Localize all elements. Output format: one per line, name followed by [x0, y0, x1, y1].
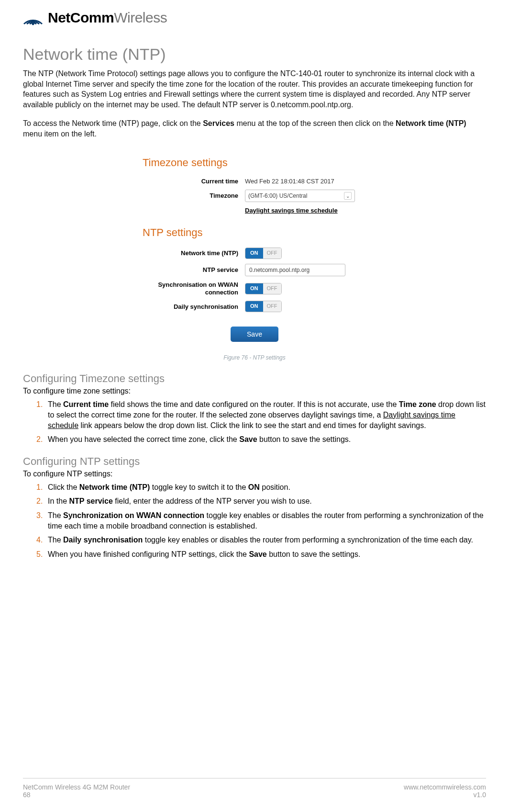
ntp-service-input[interactable] [245, 264, 345, 276]
ntp-service-label: NTP service [140, 266, 245, 274]
timezone-select[interactable]: (GMT-6:00) US/Central ⌄ [245, 190, 355, 202]
ntp-settings-heading: NTP settings [140, 223, 369, 243]
footer-right: www.netcommwireless.com v1.0 [404, 783, 486, 799]
list-item: The Synchronization on WWAN connection t… [36, 510, 486, 531]
intro-paragraph-1: The NTP (Network Time Protocol) settings… [23, 68, 486, 110]
list-item: Click the Network time (NTP) toggle key … [36, 482, 486, 493]
ntp-toggle[interactable]: ONOFF [245, 248, 282, 259]
dst-schedule-link[interactable]: Daylight savings time schedule [245, 207, 338, 214]
list-item: In the NTP service field, enter the addr… [36, 496, 486, 507]
daily-sync-toggle[interactable]: ONOFF [245, 301, 282, 312]
save-button[interactable]: Save [231, 327, 278, 342]
ntp-toggle-label: Network time (NTP) [140, 249, 245, 257]
sync-wwan-label: Synchronisation on WWAN connection [140, 281, 245, 296]
list-item: When you have selected the correct time … [36, 434, 486, 445]
timezone-settings-heading: Timezone settings [140, 153, 369, 173]
sync-wwan-toggle[interactable]: ONOFF [245, 283, 282, 294]
timezone-select-value: (GMT-6:00) US/Central [248, 192, 307, 199]
ntp-section-intro: To configure NTP settings: [23, 470, 486, 478]
tz-section-intro: To configure time zone settings: [23, 387, 486, 395]
intro-paragraph-2: To access the Network time (NTP) page, c… [23, 118, 486, 139]
figure-caption: Figure 76 - NTP settings [23, 354, 486, 361]
chevron-down-icon: ⌄ [344, 192, 352, 200]
tz-section-heading: Configuring Timezone settings [23, 372, 486, 385]
brand-text: NetCommWireless [48, 10, 167, 26]
current-time-label: Current time [140, 178, 245, 185]
list-item: The Current time field shows the time an… [36, 399, 486, 430]
tz-steps-list: The Current time field shows the time an… [23, 399, 486, 444]
page-footer: NetComm Wireless 4G M2M Router 68 www.ne… [23, 778, 486, 799]
svg-point-0 [32, 23, 34, 25]
brand-logo: NetCommWireless [23, 10, 486, 26]
ntp-section-heading: Configuring NTP settings [23, 455, 486, 468]
list-item: The Daily synchronisation toggle key ena… [36, 535, 486, 545]
page-title: Network time (NTP) [23, 45, 486, 64]
footer-left: NetComm Wireless 4G M2M Router 68 [23, 783, 130, 799]
settings-screenshot: Timezone settings Current time Wed Feb 2… [135, 148, 374, 352]
wifi-arc-icon [23, 10, 43, 26]
ntp-steps-list: Click the Network time (NTP) toggle key … [23, 482, 486, 560]
timezone-label: Timezone [140, 192, 245, 200]
list-item: When you have finished configuring NTP s… [36, 549, 486, 560]
current-time-value: Wed Feb 22 18:01:48 CST 2017 [245, 178, 334, 185]
daily-sync-label: Daily synchronisation [140, 303, 245, 311]
